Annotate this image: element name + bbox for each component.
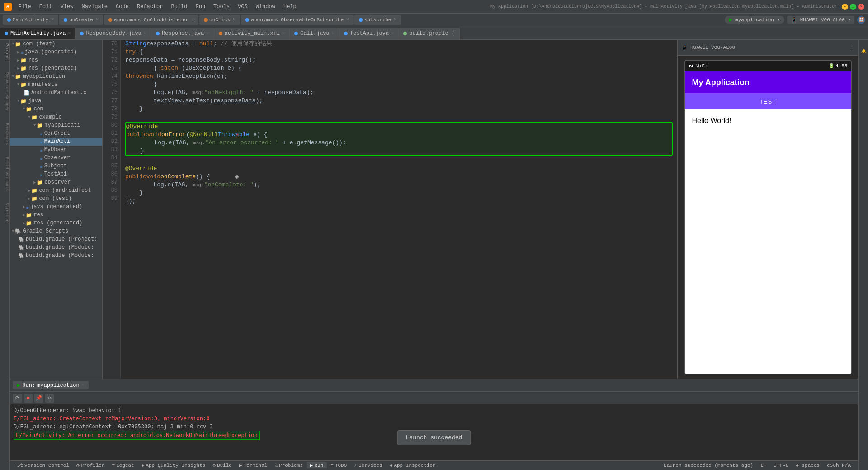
tree-item-0[interactable]: ▼ 📁 com (test) xyxy=(10,40,102,48)
project-icon[interactable]: Project xyxy=(1,43,9,61)
nav-tab-4[interactable]: anonymous ObservableOnSubscribe× xyxy=(241,15,354,25)
menu-item-edit[interactable]: Edit xyxy=(36,3,56,11)
run-settings-button[interactable]: ⚙ xyxy=(45,394,54,403)
nav-tab-3[interactable]: onClick× xyxy=(199,15,240,25)
terminal-tab[interactable]: ▶ Terminal xyxy=(236,462,271,468)
file-tab-close-4[interactable]: × xyxy=(332,31,335,36)
menu-item-build[interactable]: Build xyxy=(167,3,191,11)
menu-item-window[interactable]: Window xyxy=(252,3,279,11)
file-tab-close-2[interactable]: × xyxy=(207,31,209,36)
file-tab-close-1[interactable]: × xyxy=(144,31,146,36)
nav-tab-close-0[interactable]: × xyxy=(51,17,54,22)
resource-manager-icon[interactable]: Resource Manager xyxy=(1,72,9,111)
menu-item-refactor[interactable]: Refactor xyxy=(133,3,167,11)
tree-item-9[interactable]: ▼ 📁 example xyxy=(10,113,102,121)
run-config-selector[interactable]: ▶ myapplication ▾ xyxy=(725,16,784,24)
device-selector[interactable]: 📱 HUAWEI VOG-AL00 ▾ xyxy=(787,16,854,24)
menu-item-file[interactable]: File xyxy=(14,3,35,11)
menu-item-vcs[interactable]: VCS xyxy=(234,3,251,11)
phone-test-button[interactable]: TEST xyxy=(760,98,776,105)
tree-item-2[interactable]: ▶ 📁 res xyxy=(10,56,102,64)
tree-item-3[interactable]: ▶ 📁 res (generated) xyxy=(10,64,102,72)
tree-item-25[interactable]: 🐘 build.gradle (Module: xyxy=(10,243,102,252)
bookmarks-icon[interactable]: Bookmarks xyxy=(1,123,9,145)
structure-icon[interactable]: Structure xyxy=(1,203,9,225)
tree-item-1[interactable]: ▶ ☕ java (generated) xyxy=(10,48,102,56)
file-tab-0[interactable]: MainActivity.java× xyxy=(0,28,75,39)
nav-tab-2[interactable]: anonymous OnClickListener× xyxy=(104,15,198,25)
run-restart-button[interactable]: ⟳ xyxy=(13,394,22,403)
nav-tab-5[interactable]: subscribe× xyxy=(354,15,401,25)
tree-item-13[interactable]: ☕ MyObser xyxy=(10,146,102,154)
nav-tab-0[interactable]: MainActivity× xyxy=(3,15,58,25)
tree-item-12[interactable]: ☕ MainActi xyxy=(10,138,102,146)
tree-item-8[interactable]: ▼ 📁 com xyxy=(10,105,102,113)
line-ending[interactable]: LF xyxy=(757,463,770,468)
maximize-button[interactable]: □ xyxy=(850,4,856,10)
version-control-tab[interactable]: ⎇ Version Control xyxy=(14,462,73,468)
file-tab-1[interactable]: ResponseBody.java× xyxy=(75,28,151,39)
file-tab-close-0[interactable]: × xyxy=(68,31,71,36)
nav-tab-1[interactable]: onCreate× xyxy=(59,15,103,25)
menu-item-view[interactable]: View xyxy=(57,3,77,11)
tree-item-24[interactable]: 🐘 build.gradle (Project: xyxy=(10,235,102,243)
file-tab-6[interactable]: build.gradle ( xyxy=(399,28,460,39)
encoding[interactable]: UTF-8 xyxy=(770,463,792,468)
build-tab[interactable]: ⚙ Build xyxy=(209,462,236,468)
run-tab[interactable]: ▶ Run xyxy=(307,462,327,468)
close-button[interactable]: × xyxy=(858,4,864,10)
tree-item-15[interactable]: ☕ Subject xyxy=(10,162,102,170)
tree-item-18[interactable]: ▶ 📁 com (androidTest xyxy=(10,186,102,195)
run-stop-button[interactable]: ■ xyxy=(24,394,33,403)
menu-item-tools[interactable]: Tools xyxy=(210,3,233,11)
menu-item-code[interactable]: Code xyxy=(112,3,132,11)
logcat-tab[interactable]: ≡ Logcat xyxy=(108,463,137,468)
profiler-tab[interactable]: ◷ Profiler xyxy=(73,462,108,468)
nav-tab-close-2[interactable]: × xyxy=(191,17,194,22)
tree-item-7[interactable]: ▼ 📁 java xyxy=(10,97,102,105)
services-tab[interactable]: ⚡ Services xyxy=(350,462,386,468)
tree-item-26[interactable]: 🐘 build.gradle (Module: xyxy=(10,252,102,260)
phone-toolbar-options[interactable]: ⋮ xyxy=(849,45,854,51)
tree-item-22[interactable]: ▶ 📁 res (generated) xyxy=(10,219,102,227)
tree-item-14[interactable]: ☕ Observer xyxy=(10,154,102,162)
nav-tab-close-4[interactable]: × xyxy=(346,17,349,22)
nav-tab-close-5[interactable]: × xyxy=(394,17,396,22)
tree-item-10[interactable]: ▼ 📁 myapplicati xyxy=(10,121,102,129)
run-tab-close[interactable]: × xyxy=(81,383,84,388)
tree-item-11[interactable]: ☕ ConCreat xyxy=(10,129,102,138)
nav-tab-close-1[interactable]: × xyxy=(96,17,99,22)
nav-tab-close-3[interactable]: × xyxy=(233,17,236,22)
build-variants-icon[interactable]: Build Variants xyxy=(1,157,9,191)
run-tab-myapplication[interactable]: ▶ Run: myapplication × xyxy=(13,381,89,389)
app-inspection-tab[interactable]: ◈ App Inspection xyxy=(386,462,439,468)
phone-button-bar[interactable]: TEST xyxy=(685,93,851,109)
file-tab-5[interactable]: TestApi.java× xyxy=(340,28,399,39)
file-tab-close-3[interactable]: × xyxy=(282,31,285,36)
code-area[interactable]: String responseData = null; // 使用保存的结果 t… xyxy=(121,40,677,379)
tree-item-21[interactable]: ▶ 📁 res xyxy=(10,211,102,219)
tree-item-5[interactable]: ▼ 📁 manifests xyxy=(10,81,102,89)
indent[interactable]: 4 spaces xyxy=(792,463,823,468)
tree-item-23[interactable]: ▼ 🐘 Gradle Scripts xyxy=(10,227,102,235)
tree-item-6[interactable]: 📄 AndroidManifest.x xyxy=(10,89,102,97)
file-tab-close-5[interactable]: × xyxy=(391,31,394,36)
run-pin-button[interactable]: 📌 xyxy=(34,394,43,403)
menu-item-navigate[interactable]: Navigate xyxy=(78,3,111,11)
tree-item-19[interactable]: ▶ 📁 com (test) xyxy=(10,195,102,203)
file-tab-4[interactable]: Call.java× xyxy=(290,28,340,39)
todo-tab[interactable]: ≡ TODO xyxy=(327,463,350,468)
file-tab-2[interactable]: Response.java× xyxy=(151,28,214,39)
mirroring-button[interactable]: 🪟 xyxy=(857,16,865,24)
tree-item-4[interactable]: ▼ 📁 myapplication xyxy=(10,72,102,81)
problems-tab[interactable]: ⚠ Problems xyxy=(271,462,306,468)
notifications-icon[interactable]: 🔔 xyxy=(859,42,868,60)
minimize-button[interactable]: – xyxy=(842,4,848,10)
menu-item-run[interactable]: Run xyxy=(192,3,209,11)
tree-item-17[interactable]: ▶ 📁 observer xyxy=(10,178,102,186)
tree-item-20[interactable]: ▶ ☕ java (generated) xyxy=(10,203,102,211)
file-tab-3[interactable]: activity_main.xml× xyxy=(214,28,290,39)
menu-item-help[interactable]: Help xyxy=(280,3,300,11)
tree-item-16[interactable]: ☕ TestApi xyxy=(10,170,102,178)
app-quality-insights-tab[interactable]: ◈ App Quality Insights xyxy=(138,462,209,468)
